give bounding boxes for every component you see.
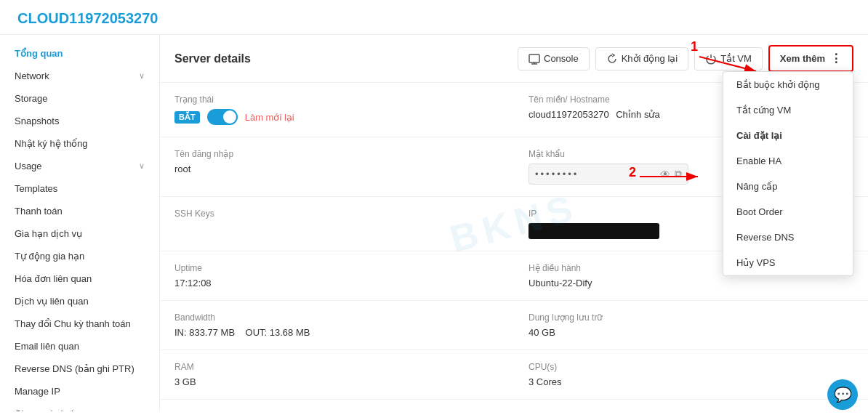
bandwidth-cell: Bandwidth IN: 833.77 MB OUT: 13.68 MB [160,301,514,350]
domain-value: cloud11972053270 [529,109,609,120]
header: CLOUD11972053270 [0,0,868,35]
main-layout: Tổng quan Network ∨ Storage Snapshots Nh… [0,35,868,411]
dropdown-item-reverse-dns[interactable]: Reverse DNS [723,225,853,250]
sidebar-item-dichvu[interactable]: Dịch vụ liên quan [0,290,159,312]
uptime-value: 17:12:08 [174,278,499,288]
sidebar-item-changelabel[interactable]: Change Label [0,403,159,411]
ip-value [529,223,659,239]
storage-cell: Dung lượng lưu trữ 40 GB [514,301,868,350]
sidebar-item-storage[interactable]: Storage [0,87,159,110]
section-title: Server details [174,52,512,65]
sidebar-item-chuky[interactable]: Thay đổi Chu kỳ thanh toán [0,312,159,335]
edit-domain-link[interactable]: Chỉnh sửa [616,109,659,120]
more-button[interactable]: Xem thêm ⋮ [768,45,853,72]
chevron-down-icon: ∨ [139,71,145,81]
sidebar-item-thanhtoan[interactable]: Thanh toán [0,200,159,222]
dropdown-item-tat-cung[interactable]: Tắt cứng VM [723,97,853,123]
sidebar: Tổng quan Network ∨ Storage Snapshots Nh… [0,35,160,411]
reboot-button[interactable]: Khởi động lại [595,47,688,70]
sidebar-item-reversedns[interactable]: Reverse DNS (bản ghi PTR) [0,358,159,380]
storage-value: 40 GB [529,327,853,338]
sidebar-item-giahan[interactable]: Gia hạn dịch vụ [0,222,159,245]
username-value: root [174,163,499,174]
ram-cell: RAM 3 GB [160,350,514,400]
ram-value: 3 GB [174,376,499,387]
sidebar-item-manageip[interactable]: Manage IP [0,380,159,403]
console-icon [529,53,540,65]
cpu-value: 3 Cores [529,376,853,387]
sidebar-item-nhatky[interactable]: Nhật ký hệ thống [0,132,159,155]
chevron-down-icon: ∨ [139,161,145,171]
bandwidth-out: OUT: 13.68 MB [246,327,310,338]
uptime-cell: Uptime 17:12:08 [160,251,514,301]
cpu-cell: CPU(s) 3 Cores [514,350,868,400]
power-icon [705,53,717,65]
shutdown-button[interactable]: Tắt VM [694,47,763,70]
main-content: Server details Console Khởi động lại [160,35,868,411]
status-toggle[interactable] [207,109,238,125]
sidebar-item-tongquan[interactable]: Tổng quan [0,42,159,65]
chat-icon: 💬 [834,386,852,403]
console-button[interactable]: Console [518,47,590,70]
ssh-cell: SSH Keys [160,197,514,251]
sidebar-item-network[interactable]: Network ∨ [0,65,159,87]
dropdown-item-bat-buoc[interactable]: Bắt buộc khởi động [723,72,853,97]
dropdown-item-cai-dat-lai[interactable]: Cài đặt lại [723,123,853,148]
username-cell: Tên đăng nhập root [160,137,514,197]
status-cell: Trạng thái BẮT Làm mới lại [160,83,514,137]
dropdown-item-enable-ha[interactable]: Enable HA [723,148,853,174]
sidebar-item-hoadon[interactable]: Hóa đơn liên quan [0,267,159,290]
refresh-link[interactable]: Làm mới lại [245,112,294,123]
cloud-title: CLOUD11972053270 [17,10,158,26]
eye-icon[interactable]: 👁 [660,169,670,180]
svg-rect-0 [529,54,539,62]
password-value: •••••••• [535,169,656,179]
sidebar-item-templates[interactable]: Templates [0,177,159,200]
sidebar-item-email[interactable]: Email liên quan [0,335,159,358]
dropdown-menu: Bắt buộc khởi động Tắt cứng VM Cài đặt l… [723,71,853,276]
more-dots-icon: ⋮ [830,52,842,65]
dropdown-item-boot-order[interactable]: Boot Order [723,199,853,225]
status-badge: BẮT [174,111,200,124]
sidebar-item-usage[interactable]: Usage ∨ [0,155,159,177]
chat-button[interactable]: 💬 [827,379,858,410]
sidebar-item-snapshots[interactable]: Snapshots [0,110,159,132]
refresh-icon [606,53,618,65]
os-value: Ubuntu-22-Dify [529,278,853,288]
dropdown-item-nang-cap[interactable]: Nâng cấp [723,174,853,199]
sidebar-item-tudonggiahan[interactable]: Tự động gia hạn [0,245,159,267]
password-field: •••••••• 👁 ⧉ [529,163,688,185]
bandwidth-in: IN: 833.77 MB [174,327,235,338]
copy-icon[interactable]: ⧉ [675,168,682,180]
dropdown-item-huy-vps[interactable]: Hủy VPS [723,250,853,275]
